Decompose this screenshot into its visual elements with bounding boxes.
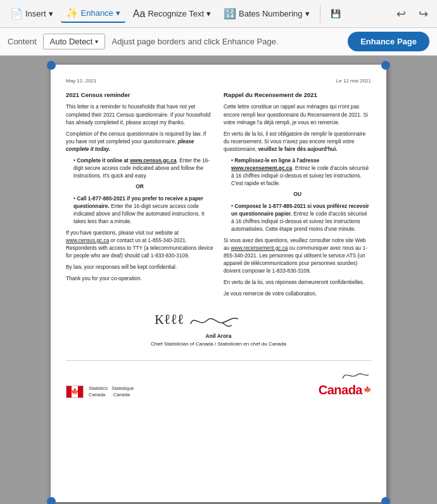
or-en: OR bbox=[66, 183, 213, 191]
doc-bottom: 🍁 Statistics Statistique Canada Canada C… bbox=[66, 360, 371, 399]
doc-columns: 2021 Census reminder This letter is a re… bbox=[66, 91, 371, 301]
title-en: 2021 Census reminder bbox=[66, 91, 213, 99]
save-icon: 💾 bbox=[331, 9, 341, 18]
corner-handle-tl[interactable] bbox=[47, 61, 56, 70]
or-fr: OU bbox=[224, 191, 371, 198]
bates-numbering-btn[interactable]: 🔢 Bates Numbering ▾ bbox=[218, 5, 314, 22]
insert-label: Insert bbox=[25, 9, 46, 18]
document-page: May 12, 2021 Le 12 mai 2021 2021 Census … bbox=[51, 65, 386, 502]
title-fr: Rappel du Recensement de 2021 bbox=[224, 91, 371, 99]
insert-btn[interactable]: 📄 Insert ▾ bbox=[5, 5, 58, 22]
action-bar: Content Auto Detect ▾ Adjust page border… bbox=[0, 28, 437, 56]
signature-area: Кℓℓℓ bbox=[66, 310, 371, 330]
corner-handle-tr[interactable] bbox=[381, 61, 390, 70]
right-signature-svg bbox=[339, 367, 371, 381]
stats-logo-text: Statistics Statistique Canada Canada bbox=[89, 385, 134, 399]
para3-fr: Si vous avez des questions, veuillez con… bbox=[224, 236, 371, 275]
canada-wordmark-container: Canada 🍁 bbox=[319, 381, 371, 399]
auto-detect-btn[interactable]: Auto Detect ▾ bbox=[43, 34, 106, 49]
bates-icon: 🔢 bbox=[224, 8, 236, 20]
auto-detect-chevron: ▾ bbox=[95, 38, 98, 45]
recognize-text-label: Recognize Text bbox=[148, 9, 204, 18]
corner-handle-br[interactable] bbox=[381, 497, 390, 504]
redo-icon: ↪ bbox=[419, 8, 428, 20]
date-left: May 12, 2021 bbox=[66, 77, 96, 84]
doc-footer: Кℓℓℓ Anil Arora Chief Statistician of Ca… bbox=[66, 310, 371, 347]
signatory-name: Anil Arora bbox=[66, 333, 371, 340]
recognize-text-chevron: ▾ bbox=[206, 9, 211, 18]
enhance-icon: ✨ bbox=[66, 7, 79, 19]
insert-icon: 📄 bbox=[10, 8, 23, 20]
corner-handle-bl[interactable] bbox=[47, 497, 56, 504]
enhance-page-btn[interactable]: Enhance Page bbox=[348, 32, 429, 51]
para4-fr: En vertu de la loi, vos réponses demeure… bbox=[224, 278, 371, 286]
col-french: Rappel du Recensement de 2021 Cette lett… bbox=[224, 91, 371, 301]
canada-wordmark: Canada bbox=[319, 381, 362, 399]
para2-en: Completion of the census questionnaire i… bbox=[66, 130, 213, 153]
enhance-chevron: ▾ bbox=[116, 8, 120, 18]
canada-right: Canada 🍁 bbox=[319, 367, 371, 399]
bullet1-en: Complete it online at www.census.gc.ca. … bbox=[73, 157, 213, 179]
undo-btn[interactable]: ↩ bbox=[393, 6, 410, 22]
save-icon-btn[interactable]: 💾 bbox=[326, 6, 346, 21]
bates-numbering-label: Bates Numbering bbox=[239, 9, 302, 18]
para2-fr: En vertu de la loi, il est obligatoire d… bbox=[224, 130, 371, 153]
signature-image: Кℓℓℓ bbox=[28, 310, 371, 330]
recognize-text-btn[interactable]: Aa Recognize Text ▾ bbox=[128, 6, 216, 22]
enhance-label: Enhance bbox=[81, 8, 113, 18]
col-english: 2021 Census reminder This letter is a re… bbox=[66, 91, 213, 301]
recognize-text-icon: Aa bbox=[133, 8, 146, 20]
date-right: Le 12 mai 2021 bbox=[336, 77, 371, 84]
bullet1-fr: Remplissez-le en ligne à l'adresse www.r… bbox=[231, 157, 371, 187]
instruction-text: Adjust page borders and click Enhance Pa… bbox=[111, 37, 341, 46]
document-area: May 12, 2021 Le 12 mai 2021 2021 Census … bbox=[0, 56, 437, 504]
para1-en: This letter is a reminder to households … bbox=[66, 103, 213, 126]
auto-detect-label: Auto Detect bbox=[50, 37, 93, 46]
undo-icon: ↩ bbox=[396, 8, 406, 20]
para4-en: By law, your responses will be kept conf… bbox=[66, 263, 213, 271]
toolbar: 📄 Insert ▾ ✨ Enhance ▾ Aa Recognize Text… bbox=[0, 0, 437, 28]
para1-fr-text: Cette lettre constitue un rappel aux mén… bbox=[224, 103, 368, 125]
bullet2-en: Call 1-877-885-2021 if you prefer to rec… bbox=[73, 195, 213, 225]
canada-flag-symbol: 🍁 bbox=[364, 385, 371, 394]
content-label: Content bbox=[8, 37, 37, 46]
signatory-title: Chief Statistician of Canada / Statistic… bbox=[66, 340, 371, 347]
signature-svg bbox=[187, 311, 244, 330]
bullet2-fr: Composez le 1-877-885-2021 si vous préfé… bbox=[231, 202, 371, 233]
para5-en: Thank you for your co-operation. bbox=[66, 275, 213, 282]
enhance-btn[interactable]: ✨ Enhance ▾ bbox=[61, 4, 125, 23]
toolbar-sep-1 bbox=[320, 5, 320, 23]
para1-en-text: This letter is a reminder to households … bbox=[66, 103, 210, 125]
insert-chevron: ▾ bbox=[49, 9, 53, 18]
redo-btn[interactable]: ↪ bbox=[415, 6, 432, 22]
para3-en: If you have questions, please visit our … bbox=[66, 229, 213, 259]
para5-fr: Je vous remercie de votre collaboration. bbox=[224, 290, 371, 297]
canada-flag: 🍁 bbox=[66, 385, 84, 398]
toolbar-right-actions: ↩ ↪ bbox=[393, 6, 432, 22]
enhance-page-label: Enhance Page bbox=[360, 37, 417, 46]
para1-fr: Cette lettre constitue un rappel aux mén… bbox=[224, 103, 371, 126]
doc-header: May 12, 2021 Le 12 mai 2021 bbox=[66, 77, 371, 84]
bates-chevron: ▾ bbox=[305, 9, 310, 18]
stats-canada-logo: 🍁 Statistics Statistique Canada Canada bbox=[66, 385, 134, 399]
